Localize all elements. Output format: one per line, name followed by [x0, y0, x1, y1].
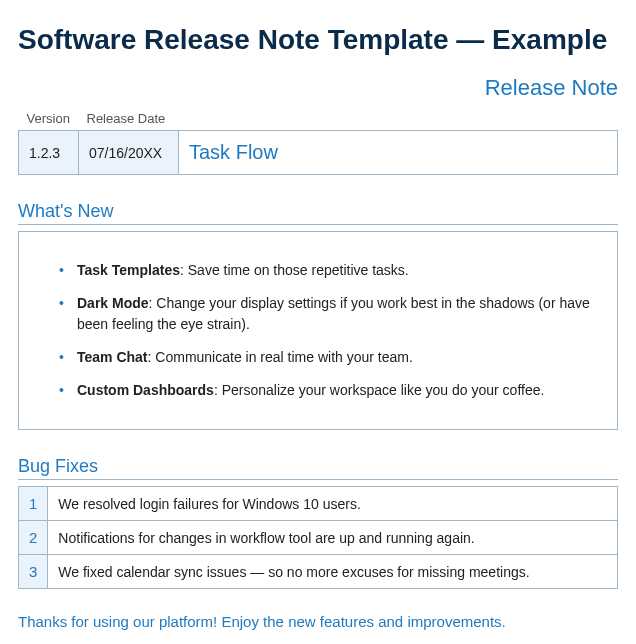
- feature-name: Team Chat: [77, 349, 148, 365]
- whats-new-list: Task Templates: Save time on those repet…: [41, 260, 595, 401]
- bugfix-text: Notifications for changes in workflow to…: [48, 521, 618, 555]
- bugfix-number: 3: [19, 555, 48, 589]
- meta-table: Version Release Date 1.2.3 07/16/20XX Ta…: [18, 107, 618, 175]
- table-row: 2 Notifications for changes in workflow …: [19, 521, 618, 555]
- bugfix-number: 2: [19, 521, 48, 555]
- release-note-subtitle: Release Note: [18, 75, 618, 101]
- bugfix-text: We resolved login failures for Windows 1…: [48, 487, 618, 521]
- list-item: Task Templates: Save time on those repet…: [59, 260, 595, 281]
- meta-header-version: Version: [19, 107, 79, 131]
- list-item: Custom Dashboards: Personalize your work…: [59, 380, 595, 401]
- bug-fixes-heading: Bug Fixes: [18, 456, 618, 480]
- table-row: 1 We resolved login failures for Windows…: [19, 487, 618, 521]
- table-row: 3 We fixed calendar sync issues — so no …: [19, 555, 618, 589]
- list-item: Team Chat: Communicate in real time with…: [59, 347, 595, 368]
- feature-desc: : Communicate in real time with your tea…: [148, 349, 413, 365]
- meta-version: 1.2.3: [19, 131, 79, 175]
- feature-name: Dark Mode: [77, 295, 149, 311]
- bug-fixes-table: 1 We resolved login failures for Windows…: [18, 486, 618, 589]
- feature-desc: : Personalize your workspace like you do…: [214, 382, 544, 398]
- bugfix-number: 1: [19, 487, 48, 521]
- meta-header-release-date: Release Date: [79, 107, 179, 131]
- bugfix-text: We fixed calendar sync issues — so no mo…: [48, 555, 618, 589]
- closing-message: Thanks for using our platform! Enjoy the…: [18, 613, 618, 630]
- feature-name: Custom Dashboards: [77, 382, 214, 398]
- feature-name: Task Templates: [77, 262, 180, 278]
- page-title: Software Release Note Template — Example: [18, 22, 618, 57]
- feature-desc: : Change your display settings if you wo…: [77, 295, 590, 332]
- whats-new-box: Task Templates: Save time on those repet…: [18, 231, 618, 430]
- list-item: Dark Mode: Change your display settings …: [59, 293, 595, 335]
- meta-release-date: 07/16/20XX: [79, 131, 179, 175]
- feature-desc: : Save time on those repetitive tasks.: [180, 262, 409, 278]
- meta-product: Task Flow: [179, 131, 618, 175]
- whats-new-heading: What's New: [18, 201, 618, 225]
